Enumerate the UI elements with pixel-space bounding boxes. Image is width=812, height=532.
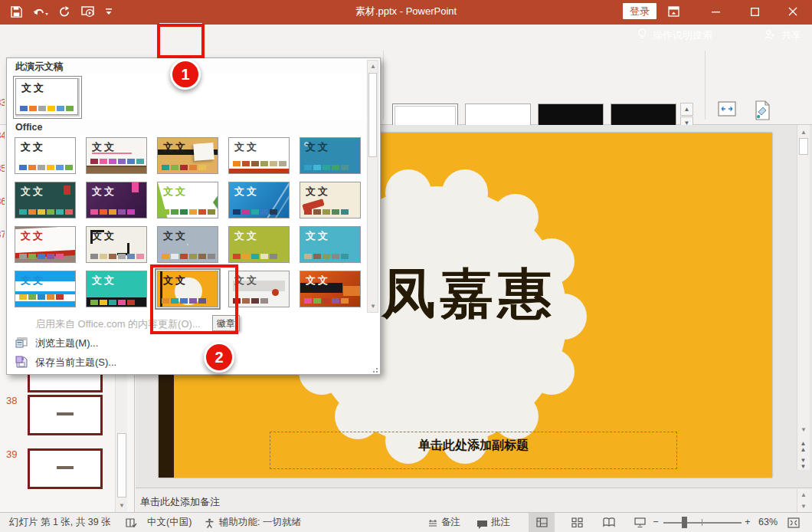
close-button[interactable]	[777, 0, 809, 23]
swatch	[233, 254, 241, 259]
scrollbar-thumb[interactable]	[799, 138, 808, 155]
language-status[interactable]: 中文(中国)	[147, 513, 192, 532]
slide-thumbnail-38[interactable]	[28, 395, 103, 435]
share-button[interactable]: 共享	[764, 23, 812, 48]
theme-current[interactable]: 文文	[15, 78, 78, 115]
fit-slide-to-window-icon[interactable]	[787, 517, 800, 532]
slide-sorter-view-button[interactable]	[564, 513, 590, 532]
swatch	[313, 254, 321, 259]
notes-toggle[interactable]: 备注	[441, 513, 460, 532]
theme-damask[interactable]: 文文	[300, 137, 361, 174]
swatch	[171, 254, 178, 259]
theme-bracket[interactable]: 文文	[86, 226, 147, 263]
theme-gallery[interactable]: 文文	[86, 137, 147, 174]
slide-thumbnail-partial[interactable]	[28, 374, 103, 392]
theme-teal[interactable]: 文文	[300, 226, 361, 263]
minimize-button[interactable]	[700, 0, 732, 23]
swatch	[304, 165, 312, 170]
zoom-level[interactable]: 63%	[758, 513, 778, 532]
scrollbar-thumb[interactable]	[117, 433, 126, 498]
ribbon-display-options-icon[interactable]	[657, 0, 689, 23]
theme-swatches	[233, 161, 286, 166]
maximize-button[interactable]	[738, 0, 771, 23]
theme-banded[interactable]: 文文	[15, 271, 76, 307]
theme-sample-text: 文文	[21, 81, 46, 95]
slideshow-view-button[interactable]	[627, 513, 653, 532]
gallery-menu-browse[interactable]: 浏览主题(M)...	[7, 333, 359, 353]
theme-sunset[interactable]: 文文	[300, 271, 361, 307]
undo-icon[interactable]	[33, 6, 48, 17]
theme-chalkboard[interactable]: 文文	[15, 182, 76, 218]
notes-placeholder[interactable]: 单击此处添加备注	[140, 495, 220, 509]
slide-thumbnail-39[interactable]	[28, 448, 103, 489]
previous-slide-button[interactable]: ▲▲	[797, 441, 809, 453]
scroll-down-icon[interactable]: ▼	[368, 300, 378, 312]
zoom-slider-thumb[interactable]	[682, 517, 687, 528]
theme-turquoise[interactable]: 文文	[86, 271, 147, 307]
swatch	[118, 209, 126, 215]
swatch	[136, 159, 144, 164]
resize-grip[interactable]	[370, 365, 378, 373]
theme-orange-rule[interactable]: 文文	[228, 137, 290, 174]
swatch	[189, 254, 197, 259]
scroll-up-icon[interactable]: ▲	[798, 126, 809, 138]
swatch	[304, 254, 312, 259]
theme-violet[interactable]: 文文	[86, 182, 147, 218]
scroll-up-icon[interactable]: ▲	[368, 61, 378, 72]
subtitle-placeholder[interactable]: 单击此处添加副标题	[270, 432, 677, 469]
title-bar: 素材.pptx - PowerPoint 登录	[0, 0, 812, 23]
slide-title-text[interactable]: 凤嘉惠	[381, 258, 556, 330]
theme-sample-text: 文文	[21, 140, 45, 154]
scroll-up-icon[interactable]: ▲	[798, 489, 809, 501]
theme-card[interactable]: 文文	[15, 226, 76, 263]
swatch	[260, 254, 268, 259]
status-bar: 幻灯片 第 1 张, 共 39 张 中文(中国) 辅助功能: 一切就绪 备注 批…	[0, 512, 812, 532]
slide-counter[interactable]: 幻灯片 第 1 张, 共 39 张	[9, 513, 111, 532]
swatch	[127, 209, 135, 215]
customize-qat-icon[interactable]	[105, 7, 113, 16]
accessibility-status[interactable]: 辅助功能: 一切就绪	[219, 513, 301, 532]
swatch	[56, 165, 64, 170]
scrollbar-thumb[interactable]	[368, 73, 377, 157]
theme-olive[interactable]: 文文	[228, 226, 290, 263]
theme-facet[interactable]: 文文	[157, 182, 218, 218]
redo-icon[interactable]	[59, 6, 70, 18]
menu-item-label: 浏览主题(M)...	[35, 333, 98, 353]
theme-office[interactable]: 文文	[15, 137, 76, 174]
slide-number: 39	[6, 448, 17, 460]
lightbulb-icon	[637, 28, 647, 42]
notes-scrollbar[interactable]: ▲ ▼	[797, 489, 810, 512]
gallery-scrollbar[interactable]: ▲ ▼	[367, 60, 378, 313]
zoom-in-button[interactable]: +	[743, 513, 752, 532]
zoom-out-button[interactable]: −	[651, 513, 660, 532]
scroll-down-icon[interactable]: ▼	[116, 500, 127, 511]
subtitle-placeholder-text: 单击此处添加副标题	[418, 438, 529, 452]
next-slide-button[interactable]: ▼▼	[797, 458, 809, 470]
notes-pane[interactable]: 单击此处添加备注 ▲ ▼	[136, 488, 812, 512]
theme-sky[interactable]: 文文	[228, 182, 290, 218]
swatch	[323, 254, 330, 259]
start-slideshow-icon[interactable]	[81, 6, 94, 18]
swatch	[118, 159, 126, 164]
login-button[interactable]: 登录	[623, 3, 656, 19]
swatch	[109, 159, 116, 164]
slide-vertical-scrollbar[interactable]: ▲ ▼	[797, 125, 810, 470]
tell-me-search[interactable]: 操作说明搜索	[637, 23, 712, 48]
zoom-slider-track[interactable]	[663, 522, 742, 524]
theme-sample-text: 文文	[234, 185, 259, 199]
comments-toggle[interactable]: 批注	[491, 513, 510, 532]
annotation-box-badge-theme	[150, 264, 238, 334]
scroll-down-icon[interactable]: ▼	[798, 501, 809, 512]
swatch	[323, 165, 330, 170]
scroll-down-icon[interactable]: ▼	[798, 424, 809, 435]
theme-dotted-gray[interactable]: 文文	[157, 226, 218, 263]
normal-view-button[interactable]	[529, 513, 555, 532]
slide-size-icon	[715, 113, 738, 123]
theme-ink-wood[interactable]: 文文	[157, 137, 218, 174]
variants-scroll-up-icon[interactable]: ▲	[680, 103, 693, 116]
gallery-menu-save[interactable]: 保存当前主题(S)...	[7, 353, 359, 372]
theme-paint[interactable]: 文文	[300, 182, 361, 218]
reading-view-button[interactable]	[596, 513, 622, 532]
spellcheck-icon[interactable]	[125, 517, 137, 532]
save-icon[interactable]	[11, 6, 22, 18]
